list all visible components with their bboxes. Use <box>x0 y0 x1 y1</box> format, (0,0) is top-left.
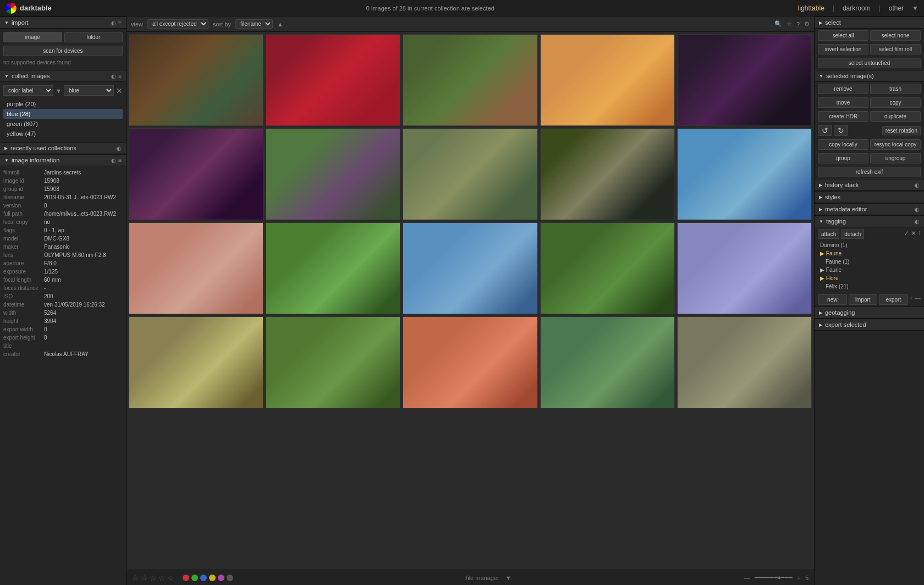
select-header[interactable]: ▶ select <box>815 17 924 29</box>
image-thumb-14[interactable]: RW2 <box>540 222 675 314</box>
collection-item-blue[interactable]: blue (28) <box>3 109 123 119</box>
filter-type-select[interactable]: color label <box>3 85 53 96</box>
sort-select[interactable]: filename <box>235 19 273 29</box>
collection-item-green[interactable]: green (807) <box>3 119 123 129</box>
settings-icon[interactable]: ⚙ <box>804 20 810 28</box>
new-tag-button[interactable]: new <box>818 294 847 305</box>
star-1[interactable]: ☆ <box>132 573 139 582</box>
image-thumb-8[interactable]: RW2 <box>403 128 537 220</box>
select-film-roll-button[interactable]: select film roll <box>870 44 921 54</box>
image-thumb-9[interactable]: RW2 <box>540 128 675 220</box>
collect-icon2[interactable]: ≡ <box>118 73 122 79</box>
image-thumb-13[interactable]: RW2 <box>403 222 537 314</box>
image-tab[interactable]: image <box>3 32 62 42</box>
refresh-exif-button[interactable]: refresh exif <box>818 167 921 177</box>
reset-rotation-button[interactable]: reset rotation <box>882 126 921 135</box>
collect-icon1[interactable]: ◐ <box>111 73 116 79</box>
tag-scroll-icon[interactable]: ↕ <box>918 229 921 239</box>
metadata-icon[interactable]: ◐ <box>915 206 920 212</box>
image-thumb-5[interactable]: RW2 <box>677 34 812 126</box>
view-select[interactable]: all except rejected <box>147 19 208 29</box>
filter-value-select[interactable]: blue <box>64 85 114 96</box>
purple-label-dot[interactable] <box>218 575 224 581</box>
image-thumb-6[interactable]: RW2 <box>129 128 263 220</box>
recently-icon[interactable]: ◐ <box>117 145 122 151</box>
remove-button[interactable]: remove <box>818 84 868 94</box>
green-label-dot[interactable] <box>191 575 198 581</box>
duplicate-button[interactable]: duplicate <box>870 111 921 122</box>
tag-item-faune-2[interactable]: ▶ Faune <box>818 266 921 274</box>
zoom-in-icon[interactable]: + <box>797 575 800 581</box>
selected-images-header[interactable]: ▼ selected image(s) <box>815 70 924 82</box>
group-button[interactable]: group <box>818 153 868 163</box>
select-none-button[interactable]: select none <box>870 30 921 41</box>
rotate-cw-button[interactable]: ↻ <box>834 125 848 136</box>
image-thumb-18[interactable]: RW2 <box>403 316 537 408</box>
image-thumb-16[interactable]: RW2 <box>129 316 263 408</box>
metadata-editor-header[interactable]: ▶ metadata editor ◐ <box>815 203 924 215</box>
tagging-header[interactable]: ▼ tagging ◐ <box>815 215 924 227</box>
other-mode[interactable]: other <box>889 4 904 12</box>
export-selected-header[interactable]: ▶ export selected <box>815 319 924 331</box>
move-button[interactable]: move <box>818 97 868 108</box>
collect-section-header[interactable]: ▼ collect images ◐ ≡ <box>0 70 126 82</box>
invert-selection-button[interactable]: invert selection <box>818 44 868 54</box>
image-thumb-19[interactable]: RW2 <box>540 316 675 408</box>
scan-devices-button[interactable]: scan for devices <box>3 46 123 56</box>
collection-item-yellow[interactable]: yellow (47) <box>3 129 123 139</box>
image-thumb-17[interactable]: RW2 <box>266 316 400 408</box>
image-thumb-10[interactable]: RW2 <box>677 128 812 220</box>
image-thumb-2[interactable]: RW2 <box>266 34 400 126</box>
image-thumb-7[interactable]: RW2 <box>266 128 400 220</box>
import-icon1[interactable]: ◐ <box>111 20 116 26</box>
tag-x-icon[interactable]: ✕ <box>911 229 916 239</box>
filter-clear-icon[interactable]: ✕ <box>116 86 123 95</box>
search-icon[interactable]: 🔍 <box>774 20 782 28</box>
image-thumb-12[interactable]: RW2 <box>266 222 400 314</box>
tag-item-faune-root[interactable]: ▶ Faune <box>818 249 921 258</box>
mode-dropdown-icon[interactable]: ▼ <box>912 4 919 12</box>
image-info-header[interactable]: ▼ image information ◐ ≡ <box>0 154 126 166</box>
history-icon[interactable]: ◐ <box>915 182 920 188</box>
import-tag-button[interactable]: import <box>849 294 878 305</box>
help-icon[interactable]: ? <box>796 21 800 28</box>
image-thumb-3[interactable]: R <box>403 34 537 126</box>
zoom-out-icon[interactable]: — <box>744 575 750 581</box>
tag-minus-icon[interactable]: — <box>915 294 921 305</box>
import-icon2[interactable]: ≡ <box>118 20 122 26</box>
star-2[interactable]: ☆ <box>141 573 148 582</box>
ungroup-button[interactable]: ungroup <box>870 153 921 163</box>
blue-label-dot[interactable] <box>200 575 207 581</box>
image-thumb-15[interactable]: RW2 <box>677 222 812 314</box>
rotate-ccw-button[interactable]: ↺ <box>818 125 832 136</box>
image-thumb-1[interactable]: RW2 <box>129 34 263 126</box>
darkroom-mode[interactable]: darkroom <box>843 4 871 12</box>
yellow-label-dot[interactable] <box>209 575 216 581</box>
folder-tab[interactable]: folder <box>64 32 123 42</box>
zoom-slider[interactable]: ━━━━━━●━━━ <box>755 574 793 581</box>
copy-locally-button[interactable]: copy locally <box>818 139 868 150</box>
red-label-dot[interactable] <box>183 575 189 581</box>
info-icon1[interactable]: ◐ <box>111 157 116 163</box>
star-filter-icon[interactable]: ☆ <box>787 20 792 28</box>
tag-item-faune-1[interactable]: Faune (1) <box>818 258 921 266</box>
collection-item-purple[interactable]: purple (20) <box>3 99 123 109</box>
select-all-button[interactable]: select all <box>818 30 868 41</box>
attach-button[interactable]: attach <box>818 229 839 239</box>
recently-used-header[interactable]: ▶ recently used collections ◐ <box>0 142 126 154</box>
detach-button[interactable]: detach <box>841 229 864 239</box>
trash-button[interactable]: trash <box>870 84 921 94</box>
resync-local-copy-button[interactable]: resync local copy <box>870 139 921 150</box>
sort-asc-icon[interactable]: ▲ <box>277 21 283 28</box>
tag-item-domino[interactable]: Domino (1) <box>818 241 921 249</box>
tag-add-icon[interactable]: + <box>910 294 913 305</box>
tagging-icon[interactable]: ◐ <box>915 218 920 225</box>
grey-label-dot[interactable] <box>227 575 233 581</box>
history-stack-header[interactable]: ▶ history stack ◐ <box>815 179 924 191</box>
info-icon2[interactable]: ≡ <box>118 157 122 163</box>
styles-header[interactable]: ▶ styles <box>815 191 924 203</box>
select-untouched-button[interactable]: select untouched <box>818 58 921 68</box>
star-3[interactable]: ☆ <box>150 573 157 582</box>
tag-item-felix[interactable]: Félix (21) <box>818 282 921 291</box>
lighttable-mode[interactable]: lighttable <box>798 4 824 12</box>
